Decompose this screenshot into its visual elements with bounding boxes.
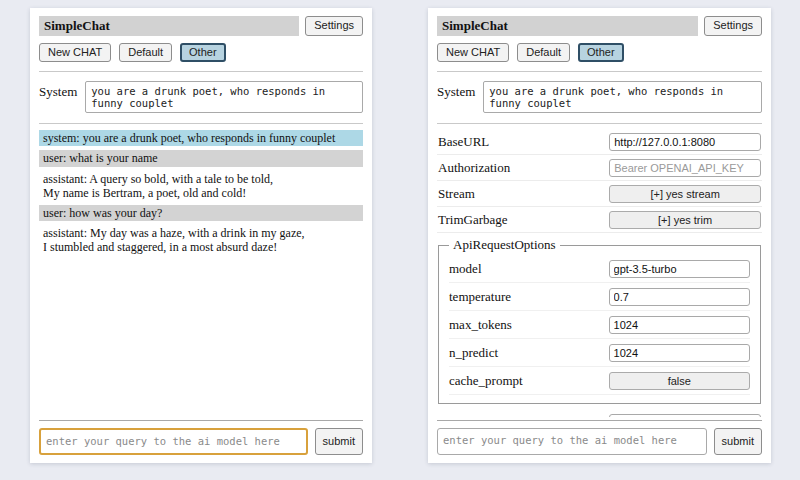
simplechat-chat-panel: SimpleChat Settings New CHATDefaultOther… — [30, 8, 372, 463]
settings-row-trimgarbage: TrimGarbage[+] yes trim — [437, 207, 762, 233]
session-buttons: New CHATDefaultOther — [437, 43, 762, 62]
message-line: assistant: A query so bold, with a tale … — [43, 172, 359, 186]
session-buttons: New CHATDefaultOther — [39, 43, 363, 62]
message-line: My name is Bertram, a poet, old and cold… — [43, 186, 359, 200]
chat-message-system: system: you are a drunk poet, who respon… — [39, 130, 363, 146]
temperature-label: temperature — [449, 289, 511, 305]
fieldset-legend: ApiRequestOptions — [449, 237, 560, 253]
simplechat-settings-panel: SimpleChat Settings New CHATDefaultOther… — [428, 8, 771, 463]
authorization-input[interactable] — [609, 159, 761, 177]
settings-row-apiendpoint: ApiEndPointChat⌄ — [437, 410, 762, 417]
model-control — [609, 259, 750, 278]
stream-label: Stream — [438, 186, 475, 202]
system-label: System — [39, 81, 77, 100]
n-predict-control — [609, 343, 750, 362]
max-tokens-input[interactable] — [609, 316, 750, 334]
divider — [39, 71, 363, 72]
session-button-default[interactable]: Default — [119, 43, 172, 62]
model-label: model — [449, 261, 482, 277]
max-tokens-control — [609, 315, 750, 334]
system-label: System — [437, 81, 475, 100]
stream-control: [+] yes stream — [609, 184, 761, 203]
apiendpoint-select[interactable]: Chat — [609, 414, 761, 417]
max-tokens-label: max_tokens — [449, 317, 512, 333]
session-button-new-chat[interactable]: New CHAT — [39, 43, 111, 62]
n-predict-input[interactable] — [609, 344, 750, 362]
divider — [437, 71, 762, 72]
session-button-default[interactable]: Default — [517, 43, 570, 62]
apiendpoint-select-wrap: Chat⌄ — [609, 413, 761, 417]
submit-button[interactable]: submit — [315, 428, 363, 455]
temperature-input[interactable] — [609, 288, 750, 306]
header: SimpleChat Settings — [39, 16, 363, 36]
session-button-new-chat[interactable]: New CHAT — [437, 43, 509, 62]
settings-row-stream: Stream[+] yes stream — [437, 181, 762, 207]
settings-row-authorization: Authorization — [437, 155, 762, 181]
system-row: System you are a drunk poet, who respond… — [437, 81, 762, 113]
chat-messages: system: you are a drunk poet, who respon… — [39, 130, 363, 417]
cache-prompt-control: false — [609, 371, 750, 390]
session-button-other[interactable]: Other — [180, 43, 226, 62]
authorization-control — [609, 158, 761, 177]
chat-message-user: user: how was your day? — [39, 205, 363, 221]
model-input[interactable] — [609, 260, 750, 278]
fieldset-apirequestoptions: ApiRequestOptionsmodeltemperaturemax_tok… — [438, 237, 761, 404]
message-line: user: what is your name — [43, 151, 359, 165]
divider — [437, 420, 762, 421]
settings-row-n-predict: n_predict — [449, 339, 750, 367]
header: SimpleChat Settings — [437, 16, 762, 36]
settings-row-model: model — [449, 255, 750, 283]
app-title: SimpleChat — [39, 16, 299, 36]
message-line: assistant: My day was a haze, with a dri… — [43, 226, 359, 240]
settings-row-temperature: temperature — [449, 283, 750, 311]
settings-row-cache-prompt: cache_promptfalse — [449, 367, 750, 395]
baseurl-label: BaseURL — [438, 134, 489, 150]
settings-row-max-tokens: max_tokens — [449, 311, 750, 339]
query-input[interactable] — [39, 428, 308, 455]
chat-message-user: user: what is your name — [39, 150, 363, 166]
query-area: submit — [437, 417, 762, 455]
query-area: submit — [39, 417, 363, 455]
divider — [39, 420, 363, 421]
chat-message-assistant: assistant: My day was a haze, with a dri… — [39, 225, 363, 255]
trimgarbage-toggle-button[interactable]: [+] yes trim — [609, 211, 761, 229]
message-line: user: how was your day? — [43, 206, 359, 220]
settings-button[interactable]: Settings — [305, 16, 363, 36]
query-input[interactable] — [437, 428, 707, 455]
session-button-other[interactable]: Other — [578, 43, 624, 62]
authorization-label: Authorization — [438, 160, 510, 176]
cache-prompt-label: cache_prompt — [449, 373, 523, 389]
temperature-control — [609, 287, 750, 306]
submit-button[interactable]: submit — [714, 428, 762, 455]
baseurl-input[interactable] — [609, 133, 761, 151]
system-prompt-input[interactable]: you are a drunk poet, who responds in fu… — [483, 81, 762, 113]
settings-row-baseurl: BaseURL — [437, 129, 762, 155]
cache-prompt-toggle-button[interactable]: false — [609, 372, 750, 390]
settings-button[interactable]: Settings — [704, 16, 762, 36]
desktop: SimpleChat Settings New CHATDefaultOther… — [0, 0, 800, 480]
chat-message-assistant: assistant: A query so bold, with a tale … — [39, 171, 363, 201]
divider — [39, 123, 363, 124]
app-title: SimpleChat — [437, 16, 698, 36]
settings-list: BaseURLAuthorizationStream[+] yes stream… — [437, 129, 762, 417]
stream-toggle-button[interactable]: [+] yes stream — [609, 185, 761, 203]
message-line: system: you are a drunk poet, who respon… — [43, 131, 359, 145]
system-prompt-input[interactable]: you are a drunk poet, who responds in fu… — [85, 81, 363, 113]
n-predict-label: n_predict — [449, 345, 498, 361]
divider — [437, 123, 762, 124]
trimgarbage-label: TrimGarbage — [438, 212, 508, 228]
apiendpoint-control: Chat⌄ — [609, 413, 761, 417]
baseurl-control — [609, 132, 761, 151]
trimgarbage-control: [+] yes trim — [609, 210, 761, 229]
message-line: I stumbled and staggered, in a most absu… — [43, 240, 359, 254]
system-row: System you are a drunk poet, who respond… — [39, 81, 363, 113]
